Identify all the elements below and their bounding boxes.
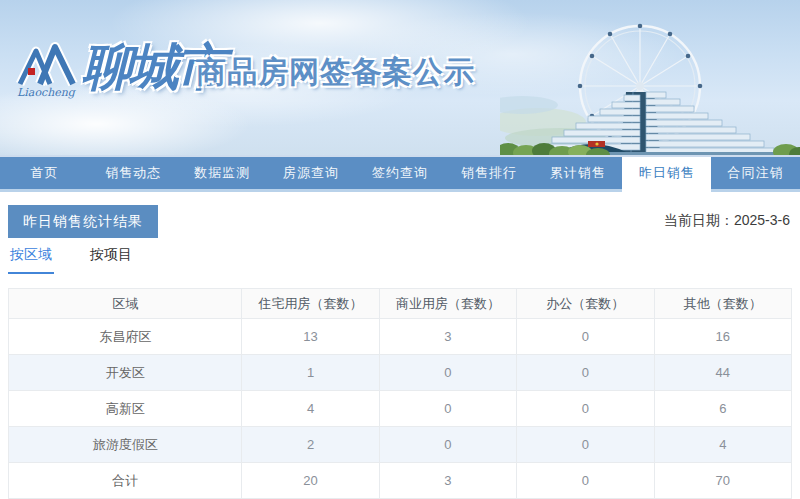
cell-value: 70 — [654, 463, 791, 499]
table-header-row: 区域 住宅用房（套数） 商业用房（套数） 办公（套数） 其他（套数） — [9, 289, 792, 319]
table-row: 高新区 4 0 0 6 — [9, 391, 792, 427]
section-title-badge: 昨日销售统计结果 — [8, 205, 158, 238]
cell-value: 0 — [517, 319, 654, 355]
cell-value: 0 — [517, 391, 654, 427]
main-nav: 首页 销售动态 数据监测 房源查询 签约查询 销售排行 累计销售 昨日销售 合同… — [0, 157, 800, 192]
tab-by-region[interactable]: 按区域 — [8, 246, 54, 274]
table-row: 开发区 1 0 0 44 — [9, 355, 792, 391]
nav-item-data-monitoring[interactable]: 数据监测 — [178, 157, 267, 189]
cell-value: 0 — [379, 391, 516, 427]
table-row: 东昌府区 13 3 0 16 — [9, 319, 792, 355]
nav-item-cumulative-sales[interactable]: 累计销售 — [533, 157, 622, 189]
cell-value: 20 — [242, 463, 379, 499]
nav-item-contract-cancellation[interactable]: 合同注销 — [711, 157, 800, 189]
site-banner: Liaocheng 聊城市 商品房网签备案公示 — [0, 0, 800, 157]
logo-wordmark: Liaocheng — [17, 86, 77, 99]
table-row: 旅游度假区 2 0 0 4 — [9, 427, 792, 463]
col-header-residential: 住宅用房（套数） — [242, 289, 379, 319]
cell-value: 0 — [517, 463, 654, 499]
cell-value: 0 — [517, 427, 654, 463]
table-row-total: 合计 20 3 0 70 — [9, 463, 792, 499]
cell-value: 0 — [517, 355, 654, 391]
nav-item-sales-dynamics[interactable]: 销售动态 — [89, 157, 178, 189]
cell-region: 开发区 — [9, 355, 242, 391]
cell-value: 16 — [654, 319, 791, 355]
cell-value: 0 — [379, 355, 516, 391]
nav-item-home[interactable]: 首页 — [0, 157, 89, 189]
nav-item-listing-query[interactable]: 房源查询 — [267, 157, 356, 189]
cell-value: 44 — [654, 355, 791, 391]
cell-region: 旅游度假区 — [9, 427, 242, 463]
cell-value: 2 — [242, 427, 379, 463]
banner-title: 商品房网签备案公示 — [196, 52, 475, 93]
tab-by-project[interactable]: 按项目 — [88, 246, 134, 274]
col-header-commercial: 商业用房（套数） — [379, 289, 516, 319]
ferris-wheel-building-illustration — [500, 0, 800, 157]
cell-value: 13 — [242, 319, 379, 355]
view-tabs: 按区域 按项目 — [8, 246, 134, 274]
nav-item-yesterday-sales[interactable]: 昨日销售 — [622, 157, 711, 192]
cell-value: 3 — [379, 319, 516, 355]
cell-value: 6 — [654, 391, 791, 427]
col-header-office: 办公（套数） — [517, 289, 654, 319]
cell-region: 高新区 — [9, 391, 242, 427]
current-date-label: 当前日期：2025-3-6 — [664, 212, 790, 230]
cell-value: 4 — [654, 427, 791, 463]
nav-item-sales-ranking[interactable]: 销售排行 — [444, 157, 533, 189]
col-header-region: 区域 — [9, 289, 242, 319]
cell-value: 4 — [242, 391, 379, 427]
nav-item-signing-query[interactable]: 签约查询 — [356, 157, 445, 189]
liaocheng-logo-icon: Liaocheng — [16, 42, 82, 100]
cell-region: 东昌府区 — [9, 319, 242, 355]
sales-table: 区域 住宅用房（套数） 商业用房（套数） 办公（套数） 其他（套数） 东昌府区 … — [8, 288, 792, 499]
main-content: 昨日销售统计结果 当前日期：2025-3-6 按区域 按项目 区域 住宅用房（套… — [0, 192, 800, 499]
col-header-other: 其他（套数） — [654, 289, 791, 319]
cell-region: 合计 — [9, 463, 242, 499]
cell-value: 1 — [242, 355, 379, 391]
cell-value: 0 — [379, 427, 516, 463]
cell-value: 3 — [379, 463, 516, 499]
